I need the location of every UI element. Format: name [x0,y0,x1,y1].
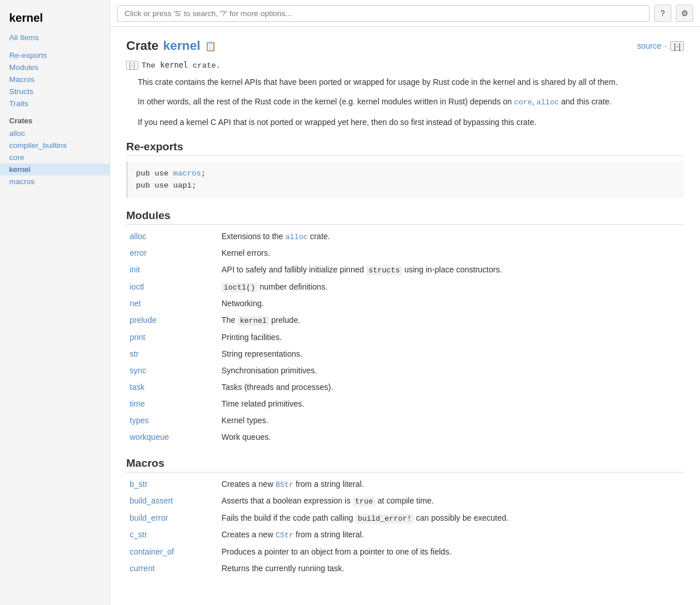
sidebar-crate-kernel[interactable]: kernel [0,163,110,175]
sidebar: kernel All Items Re-exports Modules Macr… [0,0,110,605]
macros-heading: Macros [126,457,684,473]
module-desc-ioctl: ioctl() number definitions. [218,279,684,296]
macro-link-current[interactable]: current [130,564,155,573]
help-icon: ? [660,9,665,18]
modules-table: alloc Extensions to the alloc crate. err… [126,228,684,446]
table-row: print Printing facilities. [126,329,684,346]
module-desc-prelude: The kernel prelude. [218,312,684,329]
table-row: workqueue Work queues. [126,429,684,446]
search-input[interactable] [117,5,650,22]
table-row: current Returns the currently running ta… [126,560,684,577]
toggle-row: [-] The kernel crate. [126,60,684,70]
table-row: str String representations. [126,346,684,362]
reexport-line-1: pub use macros; [136,167,676,180]
crate-heading: Crate kernel 📋 source · [-] [126,38,684,53]
sidebar-item-traits[interactable]: Traits [0,97,110,110]
sidebar-item-re-exports[interactable]: Re-exports [0,49,110,61]
macros-table: b_str Creates a new BStr from a string l… [126,476,684,577]
module-link-str[interactable]: str [130,349,139,358]
table-row: build_error Fails the build if the code … [126,510,684,527]
main-area: ? ⚙ Crate kernel 📋 source · [-] [-] The … [110,0,700,605]
module-link-types[interactable]: types [130,416,149,425]
inline-code-kernel: kernel [160,60,188,69]
kernel-prelude-code: kernel [238,316,269,326]
macros-reexport-link[interactable]: macros [173,169,201,178]
table-row: init API to safely and fallibly initiali… [126,261,684,279]
module-link-net[interactable]: net [130,299,141,308]
table-row: sync Synchronisation primitives. [126,362,684,379]
crate-name: kernel [163,38,200,53]
module-link-time[interactable]: time [130,399,145,408]
macro-link-container-of[interactable]: container_of [130,547,174,556]
alloc-link[interactable]: alloc [536,98,559,107]
module-link-init[interactable]: init [130,265,140,274]
module-desc-net: Networking. [218,295,684,312]
macro-link-b-str[interactable]: b_str [130,479,147,489]
bstr-link[interactable]: BStr [275,481,293,489]
table-row: error Kernel errors. [126,245,684,261]
module-desc-sync: Synchronisation primitives. [218,362,684,379]
module-link-task[interactable]: task [130,382,145,392]
sidebar-item-macros[interactable]: Macros [0,73,110,85]
macro-desc-current: Returns the currently running task. [218,560,684,577]
module-link-error[interactable]: error [130,248,147,257]
module-link-print[interactable]: print [130,333,145,342]
module-desc-task: Tasks (threads and processes). [218,379,684,396]
sidebar-crate-core[interactable]: core [0,151,110,163]
alloc-inline-link[interactable]: alloc [285,233,308,241]
structs-code: structs [366,266,402,275]
heading-separator: · [665,41,667,50]
macro-desc-c-str: Creates a new CStr from a string literal… [218,526,684,544]
ioctl-code: ioctl() [221,283,258,292]
table-row: c_str Creates a new CStr from a string l… [126,526,684,544]
sidebar-crate-macros[interactable]: macros [0,175,110,188]
module-desc-time: Time related primitives. [218,396,684,412]
build-error-code: build_error! [355,514,414,524]
cstr-link[interactable]: CStr [275,531,293,540]
table-row: types Kernel types. [126,412,684,429]
macro-desc-container-of: Produces a pointer to an object from a p… [218,544,684,560]
macro-link-build-error[interactable]: build_error [130,513,168,522]
module-desc-workqueue: Work queues. [218,429,684,446]
reexports-heading: Re-exports [126,140,684,156]
module-link-sync[interactable]: sync [130,366,146,375]
reexport-line-2: pub use uapi; [136,179,676,192]
source-link[interactable]: source [637,41,662,50]
table-row: prelude The kernel prelude. [126,312,684,329]
macro-desc-b-str: Creates a new BStr from a string literal… [218,476,684,493]
toggle-button[interactable]: [-] [126,61,138,70]
table-row: alloc Extensions to the alloc crate. [126,228,684,245]
module-link-prelude[interactable]: prelude [130,315,157,325]
settings-button[interactable]: ⚙ [676,5,693,22]
core-link[interactable]: core [514,98,532,107]
toggle-description: The kernel crate. [142,60,221,70]
sidebar-title: kernel [0,7,110,32]
desc-para-3: If you need a kernel C API that is not p… [138,116,684,128]
content-area: Crate kernel 📋 source · [-] [-] The kern… [110,27,700,605]
description-block: This crate contains the kernel APIs that… [138,76,684,129]
sidebar-crate-compiler-builtins[interactable]: compiler_builtins [0,139,110,151]
reexports-code-block: pub use macros; pub use uapi; [126,162,684,198]
collapse-button[interactable]: [-] [670,41,684,51]
sidebar-item-modules[interactable]: Modules [0,61,110,73]
macro-link-build-assert[interactable]: build_assert [130,496,173,505]
module-desc-alloc: Extensions to the alloc crate. [218,228,684,245]
sidebar-all-items[interactable]: All Items [0,32,110,44]
help-button[interactable]: ? [654,5,671,22]
sidebar-crate-alloc[interactable]: alloc [0,127,110,139]
macro-desc-build-error: Fails the build if the code path calling… [218,510,684,527]
table-row: b_str Creates a new BStr from a string l… [126,476,684,493]
settings-icon: ⚙ [681,9,689,18]
copy-icon[interactable]: 📋 [205,41,216,52]
table-row: ioctl ioctl() number definitions. [126,279,684,296]
macro-desc-build-assert: Asserts that a boolean expression is tru… [218,493,684,510]
module-link-workqueue[interactable]: workqueue [130,432,169,442]
module-link-alloc[interactable]: alloc [130,232,146,241]
table-row: task Tasks (threads and processes). [126,379,684,396]
module-link-ioctl[interactable]: ioctl [130,282,144,291]
crates-section-title: Crates [0,110,110,127]
macro-link-c-str[interactable]: c_str [130,530,147,539]
true-code: true [353,497,375,506]
module-desc-types: Kernel types. [218,412,684,429]
sidebar-item-structs[interactable]: Structs [0,85,110,97]
